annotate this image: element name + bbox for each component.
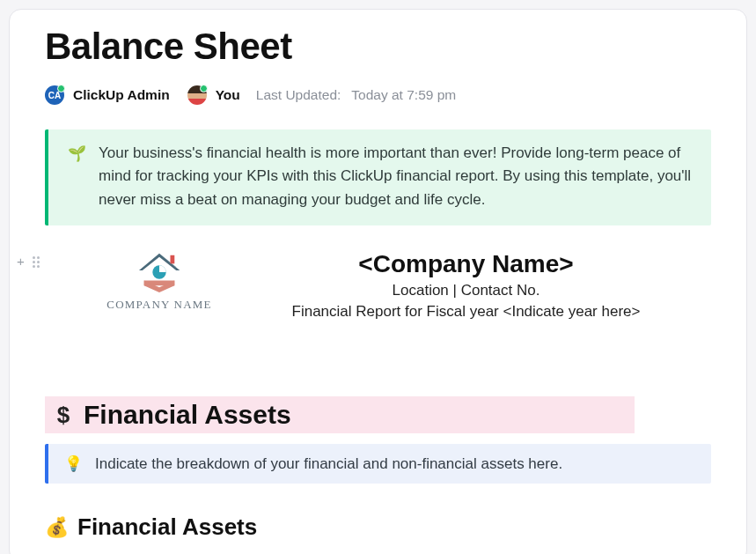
admin-avatar[interactable]: CA (45, 85, 64, 105)
company-block-row: + COMPANY NAME <Company Name> Lo (45, 250, 711, 321)
svg-rect-0 (170, 255, 174, 264)
house-logo-icon (134, 250, 185, 292)
intro-callout-text: Your business's financial health is more… (99, 142, 692, 211)
admin-label[interactable]: ClickUp Admin (73, 87, 170, 103)
company-block[interactable]: COMPANY NAME <Company Name> Location | C… (45, 250, 711, 321)
block-gutter: + (17, 254, 40, 269)
document-page: Balance Sheet CA ClickUp Admin You Last … (9, 9, 747, 554)
company-info: <Company Name> Location | Contact No. Fi… (274, 250, 711, 321)
intro-callout[interactable]: 🌱 Your business's financial health is mo… (45, 129, 711, 225)
logo-caption: COMPANY NAME (106, 298, 211, 312)
section-heading-financial-assets[interactable]: $ Financial Assets (45, 396, 635, 433)
you-label[interactable]: You (216, 87, 240, 103)
page-title[interactable]: Balance Sheet (45, 26, 711, 68)
assets-callout[interactable]: 💡 Indicate the breakdown of your financi… (45, 444, 711, 484)
moneybag-icon: 💰 (45, 516, 69, 539)
subsection-heading-financial-assets[interactable]: 💰 Financial Assets (45, 513, 711, 541)
subsection-title: Financial Assets (77, 513, 257, 541)
seedling-icon: 🌱 (68, 143, 86, 211)
assets-callout-text: Indicate the breakdown of your financial… (95, 455, 562, 473)
add-block-button[interactable]: + (17, 254, 25, 269)
company-subline-2[interactable]: Financial Report for Fiscal year <Indica… (274, 303, 658, 321)
section-title: Financial Assets (84, 400, 291, 430)
company-subline-1[interactable]: Location | Contact No. (274, 282, 658, 299)
meta-row: CA ClickUp Admin You Last Updated: Today… (45, 85, 711, 105)
last-updated-label: Last Updated: (256, 87, 341, 103)
company-name[interactable]: <Company Name> (274, 250, 658, 278)
logo-column: COMPANY NAME (45, 250, 247, 321)
last-updated-value: Today at 7:59 pm (351, 87, 456, 103)
lightbulb-icon: 💡 (64, 454, 83, 473)
you-avatar[interactable] (187, 85, 207, 105)
drag-handle-icon[interactable] (33, 254, 40, 269)
dollar-icon: $ (52, 402, 75, 429)
